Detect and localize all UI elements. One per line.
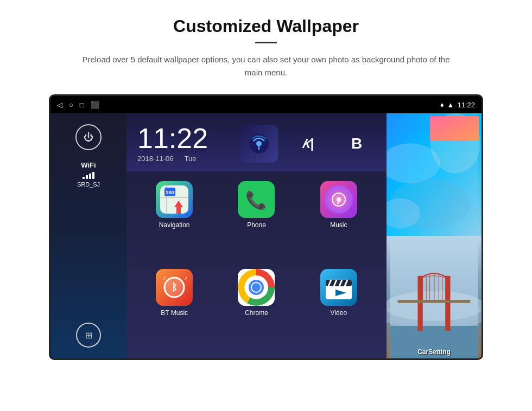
ki-label: 𝘒| [302,136,314,151]
video-label: Video [331,309,347,317]
power-button[interactable]: ⏻ [75,124,102,150]
svg-text:♪: ♪ [184,274,187,281]
bt-music-app-icon: ᛒ ♪ ♬ [156,269,193,306]
clock-date: 2018-11-06 [137,155,174,163]
phone-label: Phone [247,221,266,229]
location-icon: ♦ [440,101,444,109]
status-bar: ◁ ○ □ ⬛ ♦ ▲ 11:22 [50,96,482,113]
clock-section: 11:22 2018-11-06 Tue [126,113,387,171]
wifi-label: WiFi [81,161,96,169]
chrome-icon [238,269,275,306]
chrome-app-icon [238,269,275,306]
antenna-icon [248,133,270,155]
svg-text:ᛒ: ᛒ [172,282,178,293]
chrome-label: Chrome [245,309,268,317]
wifi-network-name: SRD_SJ [77,181,100,188]
media-icon-b[interactable]: B [338,125,376,163]
carsetting-label: CarSetting [417,348,451,356]
phone-icon: 📞 [238,181,275,218]
app-grid: 280 Navigation 📞 [126,171,387,358]
navigation-app-icon: 280 [156,181,193,218]
wifi-bar-1 [83,177,85,179]
sidebar: ⏻ WiFi SRD_SJ ⊞ [50,113,126,358]
signal-icon: ▲ [447,101,454,109]
clock-display: 11:22 2018-11-06 Tue [137,124,208,163]
bridge-scene [387,236,482,358]
bt-music-label: BT Music [161,309,188,317]
wifi-bar-4 [92,172,94,179]
page-title: Customized Wallpaper [173,16,359,36]
video-icon [320,269,357,306]
svg-point-26 [252,283,261,292]
music-app-icon: ♪ [320,181,357,218]
status-time: 11:22 [457,101,475,109]
music-icon: ♪ [320,181,357,218]
app-chrome[interactable]: Chrome [219,269,293,349]
wifi-info: WiFi SRD_SJ [77,161,100,188]
svg-rect-45 [418,276,423,331]
all-apps-button[interactable]: ⊞ [76,323,101,348]
svg-text:♬: ♬ [162,275,167,281]
svg-text:📞: 📞 [245,190,267,210]
back-nav-icon[interactable]: ◁ [57,101,62,109]
wifi-bar-2 [86,175,88,179]
app-phone[interactable]: 📞 Phone [219,181,293,261]
music-label: Music [330,221,347,229]
wifi-bar-3 [89,174,91,179]
app-video[interactable]: Video [302,269,376,349]
clock-day: Tue [185,155,197,163]
screenshot-icon[interactable]: ⬛ [91,101,99,109]
media-icon-ki[interactable]: 𝘒| [289,125,327,163]
wifi-bars [83,171,94,179]
phone-app-icon: 📞 [238,181,275,218]
wallpaper-thumb-icon [430,116,479,140]
video-app-icon [320,269,357,306]
navigation-icon: 280 [156,181,193,218]
wallpaper-previews: CarSetting [387,113,482,358]
media-icons: 𝘒| B [240,125,376,163]
svg-rect-40 [430,116,479,140]
clock-time: 11:22 [137,124,208,152]
app-music[interactable]: ♪ Music [302,181,376,261]
navigation-label: Navigation [159,221,190,229]
app-bt-music[interactable]: ᛒ ♪ ♬ BT Music [137,269,211,349]
page-subtitle: Preload over 5 default wallpaper options… [81,53,451,79]
device-content: ⏻ WiFi SRD_SJ ⊞ [50,113,482,358]
title-divider [255,42,277,43]
recent-nav-icon[interactable]: □ [80,101,84,109]
media-icon-signal[interactable] [240,125,278,163]
wallpaper-preview-top[interactable] [387,113,482,236]
home-nav-icon[interactable]: ○ [69,101,73,109]
svg-rect-54 [398,300,471,303]
svg-point-43 [387,304,482,329]
svg-rect-46 [445,276,450,331]
device-frame: ◁ ○ □ ⬛ ♦ ▲ 11:22 ⏻ WiFi [49,94,483,360]
svg-text:280: 280 [166,190,174,195]
wallpaper-thumbnail-small[interactable] [430,116,479,140]
b-label: B [351,135,362,152]
main-area: 11:22 2018-11-06 Tue [126,113,387,358]
bt-music-icon: ᛒ ♪ ♬ [156,269,193,306]
wallpaper-preview-bottom[interactable]: CarSetting [387,236,482,358]
app-navigation[interactable]: 280 Navigation [137,181,211,261]
svg-text:♪: ♪ [336,194,341,206]
